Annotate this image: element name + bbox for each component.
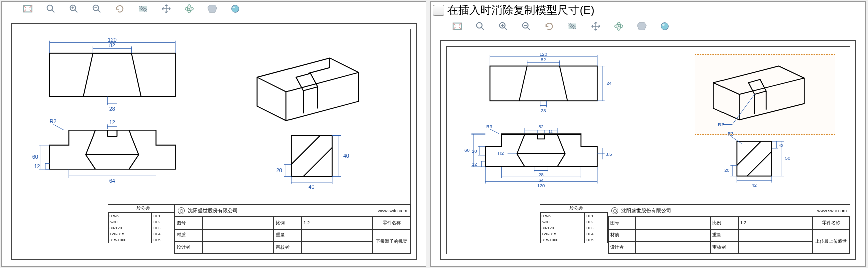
- svg-point-28: [618, 25, 620, 27]
- svg-text:82: 82: [541, 57, 546, 62]
- title-block: 一般公差 0.5-6±0.1 6-30±0.2 30-120±0.3 120-3…: [108, 204, 411, 254]
- svg-text:64: 64: [538, 178, 543, 183]
- svg-rect-48: [737, 141, 772, 176]
- part-name: 下带滑子的机架: [373, 229, 410, 254]
- zoom-fit-icon[interactable]: [451, 20, 463, 32]
- svg-point-29: [661, 23, 669, 30]
- svg-text:120: 120: [537, 183, 545, 188]
- svg-point-6: [188, 8, 190, 10]
- svg-text:60: 60: [464, 148, 469, 153]
- svg-text:42: 42: [752, 183, 757, 188]
- svg-rect-18: [291, 136, 332, 177]
- svg-text:28: 28: [541, 108, 546, 113]
- section-icon[interactable]: [566, 20, 578, 32]
- company-url: www.swtc.com: [378, 208, 407, 213]
- svg-text:3.5: 3.5: [606, 152, 612, 157]
- zoom-window-icon[interactable]: [45, 3, 57, 15]
- svg-text:12: 12: [472, 162, 477, 167]
- view-icon[interactable]: [636, 20, 648, 32]
- svg-rect-31: [490, 66, 597, 101]
- drawing-sheet-right[interactable]: 120 82 28 24: [440, 40, 856, 260]
- tolerance-table: 0.5-6±0.1 6-30±0.2 30-120±0.3 120-315±0.…: [108, 213, 175, 243]
- drawing-panel-left: 120 82 28: [1, 1, 426, 267]
- zoom-in-icon[interactable]: [68, 3, 80, 15]
- svg-rect-9: [50, 53, 175, 97]
- company-logo-icon: [611, 207, 618, 214]
- drawing-panel-right: 在插入时消除复制模型尺寸(E): [430, 1, 866, 267]
- svg-text:40: 40: [309, 184, 315, 190]
- view-icon[interactable]: [206, 3, 218, 15]
- zoom-out-icon[interactable]: [91, 3, 103, 15]
- zoom-in-icon[interactable]: [497, 20, 509, 32]
- eliminate-duplicate-dims-label: 在插入时消除复制模型尺寸(E): [447, 3, 594, 18]
- svg-text:20: 20: [276, 167, 282, 173]
- svg-point-8: [233, 6, 236, 8]
- svg-text:40: 40: [779, 143, 783, 148]
- svg-text:R3: R3: [728, 131, 734, 137]
- orbit-icon[interactable]: [613, 20, 625, 32]
- zoom-window-icon[interactable]: [474, 20, 486, 32]
- svg-text:82: 82: [538, 124, 543, 129]
- pan-icon[interactable]: [160, 3, 172, 15]
- orbit-icon[interactable]: [183, 3, 195, 15]
- appearance-icon[interactable]: [659, 20, 671, 32]
- appearance-icon[interactable]: [229, 3, 241, 15]
- company-name: 沈阳盛世股份有限公司: [188, 207, 238, 214]
- svg-text:R2: R2: [50, 118, 57, 124]
- rotate-icon[interactable]: [543, 20, 555, 32]
- view-toolbar: [2, 2, 426, 16]
- drawing-views: 120 82 28: [21, 33, 407, 199]
- pan-icon[interactable]: [590, 20, 602, 32]
- svg-point-7: [232, 5, 239, 13]
- drawing-sheet-wrap-right: 120 82 28 24: [431, 33, 865, 266]
- svg-text:28: 28: [538, 172, 543, 177]
- svg-text:64: 64: [109, 178, 115, 184]
- section-icon[interactable]: [137, 3, 149, 15]
- title-block-right: 一般公差 0.5-6±0.1 6-30±0.2 30-120±0.3 120-3…: [540, 204, 851, 254]
- svg-text:120: 120: [108, 37, 117, 43]
- eliminate-duplicate-dims-checkbox[interactable]: [433, 5, 444, 16]
- svg-point-30: [662, 24, 665, 26]
- drawing-sheet[interactable]: 120 82 28: [11, 23, 417, 260]
- view-toolbar-right: [431, 19, 865, 33]
- zoom-fit-icon[interactable]: [22, 3, 34, 15]
- tolerance-header: 一般公差: [108, 205, 175, 213]
- svg-text:20: 20: [472, 149, 477, 154]
- svg-text:R2: R2: [718, 122, 724, 127]
- company-row: 沈阳盛世股份有限公司 www.swtc.com: [175, 205, 410, 217]
- svg-text:50: 50: [785, 156, 790, 161]
- partname-label: 零件名称: [373, 217, 410, 229]
- svg-text:12: 12: [34, 163, 40, 169]
- svg-text:20: 20: [724, 168, 729, 173]
- svg-text:40: 40: [343, 153, 349, 159]
- svg-text:24: 24: [606, 81, 611, 86]
- svg-text:82: 82: [109, 42, 115, 48]
- svg-text:60: 60: [32, 154, 38, 160]
- company-logo-icon: [178, 207, 185, 214]
- svg-text:R3: R3: [486, 124, 492, 129]
- drawing-sheet-wrap: 120 82 28: [2, 16, 426, 266]
- option-bar: 在插入时消除复制模型尺寸(E): [431, 2, 865, 19]
- svg-text:12: 12: [109, 119, 115, 125]
- svg-text:120: 120: [539, 52, 547, 57]
- svg-text:12: 12: [548, 129, 552, 134]
- drawing-views-right: 120 82 28 24: [450, 50, 846, 199]
- rotate-icon[interactable]: [114, 3, 126, 15]
- zoom-out-icon[interactable]: [520, 20, 532, 32]
- svg-text:28: 28: [109, 106, 115, 112]
- svg-text:R2: R2: [498, 151, 504, 156]
